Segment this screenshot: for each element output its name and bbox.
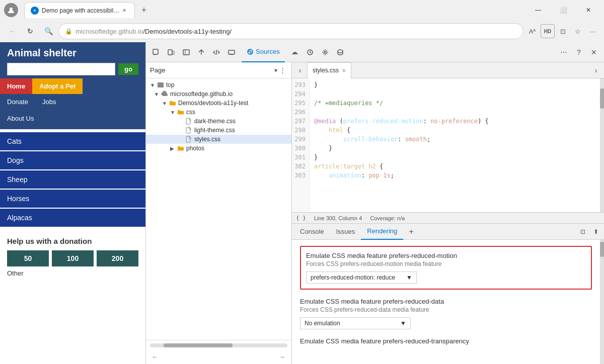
code-line-297: @media (prefers-reduced-motion: no-prefe… bbox=[314, 117, 596, 126]
tree-demos-label: Demos/devtools-a11y-test bbox=[178, 100, 248, 107]
hd-button[interactable]: HD bbox=[541, 24, 555, 38]
render-motion-arrow: ▼ bbox=[406, 274, 412, 281]
alpacas-link[interactable]: Alpacas bbox=[0, 209, 145, 227]
settings-button[interactable] bbox=[318, 45, 332, 59]
donation-50-button[interactable]: 50 bbox=[7, 250, 49, 266]
split-button[interactable]: ⊡ bbox=[556, 24, 570, 38]
code-line-293: } bbox=[314, 80, 596, 89]
status-coverage: Coverage: n/a bbox=[370, 215, 405, 221]
rendering-scrollbar[interactable] bbox=[600, 240, 604, 364]
inspect-element-button[interactable] bbox=[149, 45, 163, 59]
nav-about-link[interactable]: About Us bbox=[0, 111, 145, 126]
search-input[interactable] bbox=[7, 63, 115, 75]
add-tab-button[interactable]: + bbox=[405, 226, 417, 238]
render-data-label: Emulate CSS media feature prefers-reduce… bbox=[300, 298, 592, 305]
rendering-tab[interactable]: Rendering bbox=[361, 224, 403, 240]
code-scrollbar[interactable] bbox=[600, 78, 604, 212]
search-button[interactable]: 🔍 bbox=[40, 23, 56, 39]
devtools-help-button[interactable]: ? bbox=[572, 45, 586, 59]
site-nav: Home Adopt a Pet Donate Jobs About Us bbox=[0, 78, 145, 129]
donation-100-button[interactable]: 100 bbox=[52, 250, 94, 266]
tree-item-dark[interactable]: ▶ dark-theme.css bbox=[146, 117, 291, 126]
tree-item-domain[interactable]: ▼ microsoftedge.github.io bbox=[146, 89, 291, 99]
tree-nav-left[interactable]: ← bbox=[150, 352, 160, 362]
bottom-maximize-button[interactable]: ⬆ bbox=[590, 226, 602, 238]
rendering-content: Emulate CSS media feature prefers-reduce… bbox=[292, 240, 600, 364]
tree-arrow-demos: ▼ bbox=[162, 101, 168, 106]
search-submit-button[interactable]: go bbox=[118, 63, 138, 75]
horses-link[interactable]: Horses bbox=[0, 190, 145, 208]
render-data-dropdown[interactable]: No emulation ▼ bbox=[300, 317, 411, 329]
performance-button[interactable] bbox=[303, 45, 317, 59]
code-content[interactable]: } /* =mediaqueries */ @media (prefers-re… bbox=[310, 78, 600, 212]
tree-item-photos[interactable]: ▶ photos bbox=[146, 144, 291, 153]
nav-home-link[interactable]: Home bbox=[0, 78, 32, 94]
screencast-button[interactable] bbox=[224, 45, 239, 59]
source-code-button[interactable] bbox=[209, 45, 223, 59]
devtools-more-button[interactable]: ··· bbox=[557, 45, 571, 59]
console-tab[interactable]: Console bbox=[294, 224, 330, 240]
tree-item-demos[interactable]: ▼ Demos/devtools-a11y-test bbox=[146, 99, 291, 108]
folder-css-icon bbox=[177, 109, 184, 116]
bottom-dock-button[interactable]: ⊡ bbox=[577, 226, 589, 238]
code-line-296 bbox=[314, 108, 596, 117]
read-aloud-button[interactable]: Aᴬ bbox=[525, 24, 540, 38]
cats-link[interactable]: Cats bbox=[0, 132, 145, 150]
nav-donate-link[interactable]: Donate bbox=[0, 94, 35, 110]
code-panel-back-button[interactable]: ‹ bbox=[294, 64, 306, 76]
dogs-link[interactable]: Dogs bbox=[0, 151, 145, 169]
back-button[interactable]: ← bbox=[4, 23, 20, 39]
code-tab-close-button[interactable]: ✕ bbox=[342, 68, 346, 73]
navigate-up-button[interactable] bbox=[194, 45, 208, 59]
styles-css-tab[interactable]: styles.css ✕ bbox=[307, 62, 351, 78]
browser-tab[interactable]: e Demo page with accessibility iss ✕ bbox=[24, 2, 135, 18]
address-field[interactable]: 🔒 microsoftedge.github.io/Demos/devtools… bbox=[58, 23, 523, 39]
render-motion-dropdown[interactable]: prefers-reduced-motion: reduce ▼ bbox=[306, 271, 417, 284]
tree-nav-right[interactable]: → bbox=[277, 352, 287, 362]
file-tree-header: Page ▾ ⋮ bbox=[146, 62, 291, 78]
tree-item-top[interactable]: ▼ top bbox=[146, 80, 291, 89]
folder-demos-icon bbox=[169, 100, 176, 107]
profile-button[interactable] bbox=[4, 3, 18, 17]
sources-tab-button[interactable]: Sources bbox=[242, 42, 285, 62]
close-button[interactable]: ✕ bbox=[577, 2, 600, 18]
address-text: microsoftedge.github.io/Demos/devtools-a… bbox=[76, 28, 517, 35]
tree-item-styles[interactable]: ▶ styles.css bbox=[146, 135, 291, 144]
minimize-button[interactable]: — bbox=[526, 2, 550, 18]
code-line-298: html { bbox=[314, 126, 596, 135]
status-braces: { } bbox=[296, 215, 306, 221]
tab-close-button[interactable]: ✕ bbox=[120, 7, 128, 15]
code-line-300: } bbox=[314, 144, 596, 153]
reload-button[interactable]: ↻ bbox=[22, 23, 38, 39]
browser-more-button[interactable]: ··· bbox=[586, 24, 600, 38]
device-emulation-button[interactable] bbox=[164, 45, 178, 59]
nav-adopt-link[interactable]: Adopt a Pet bbox=[32, 78, 83, 94]
sheep-link[interactable]: Sheep bbox=[0, 170, 145, 189]
network-conditions-button[interactable] bbox=[288, 45, 302, 59]
new-tab-button[interactable]: + bbox=[137, 3, 151, 17]
lock-icon: 🔒 bbox=[65, 28, 72, 35]
code-area: 293294295296297298299300301302303 } /* =… bbox=[292, 78, 604, 212]
issues-tab[interactable]: Issues bbox=[330, 224, 361, 240]
code-line-301: } bbox=[314, 153, 596, 162]
file-tree-more-button[interactable]: ⋮ bbox=[277, 65, 287, 75]
sidebar-toggle-button[interactable] bbox=[179, 45, 193, 59]
address-path: /Demos/devtools-a11y-testing/ bbox=[143, 28, 232, 35]
code-panel-dock-button[interactable]: › bbox=[590, 64, 602, 76]
folder-photos-icon bbox=[177, 145, 184, 152]
search-bar: go bbox=[7, 63, 138, 75]
donation-other-link[interactable]: Other bbox=[7, 269, 138, 277]
donation-buttons: 50 100 200 bbox=[7, 250, 138, 266]
devtools-close-button[interactable]: ✕ bbox=[587, 45, 601, 59]
nav-jobs-link[interactable]: Jobs bbox=[35, 94, 63, 110]
favorites-button[interactable]: ☆ bbox=[571, 24, 585, 38]
cloud-icon bbox=[161, 90, 168, 98]
restore-button[interactable]: ⬜ bbox=[552, 2, 575, 18]
tree-item-css[interactable]: ▼ css bbox=[146, 108, 291, 117]
tree-nav-arrows: ← → bbox=[146, 350, 291, 364]
page-label[interactable]: Page bbox=[150, 66, 274, 74]
site-title: Animal shelter bbox=[7, 47, 138, 59]
donation-200-button[interactable]: 200 bbox=[97, 250, 138, 266]
tree-item-light[interactable]: ▶ light-theme.css bbox=[146, 126, 291, 135]
memory-button[interactable] bbox=[333, 45, 347, 59]
